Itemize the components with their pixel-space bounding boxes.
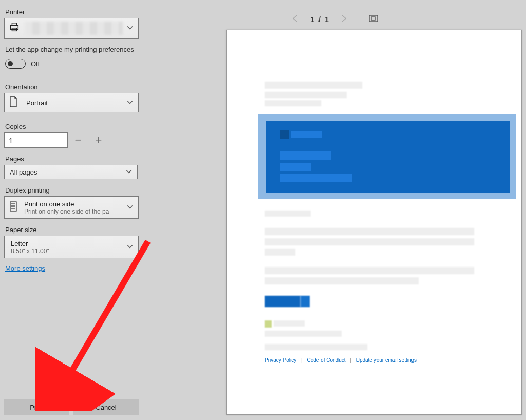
paper-sub: 8.50" x 11.00" bbox=[11, 247, 49, 255]
chevron-down-icon bbox=[127, 242, 133, 252]
chevron-down-icon bbox=[127, 203, 133, 212]
page-indicator: 1 / 1 bbox=[310, 15, 328, 24]
prev-page-button[interactable] bbox=[291, 14, 300, 25]
orientation-value: Portrait bbox=[26, 99, 48, 107]
footer-link-conduct: Code of Conduct bbox=[307, 357, 345, 363]
preview-pane: 1 / 1 bbox=[143, 0, 526, 420]
fit-page-button[interactable] bbox=[369, 15, 378, 24]
svg-rect-8 bbox=[369, 15, 378, 22]
pages-dropdown[interactable]: All pages bbox=[4, 165, 138, 179]
svg-rect-3 bbox=[10, 202, 16, 211]
copies-label: Copies bbox=[5, 123, 139, 130]
duplex-dropdown[interactable]: Print on one side Print on only one side… bbox=[4, 196, 139, 219]
cancel-button[interactable]: Cancel bbox=[73, 399, 139, 415]
page-current: 1 bbox=[310, 15, 314, 24]
copies-input[interactable] bbox=[4, 132, 68, 148]
printer-dropdown[interactable] bbox=[4, 18, 139, 39]
page-sep: / bbox=[318, 15, 321, 24]
orientation-label: Orientation bbox=[5, 83, 139, 91]
next-page-button[interactable] bbox=[339, 14, 348, 25]
duplex-value: Print on one side bbox=[24, 200, 74, 208]
page-portrait-icon bbox=[9, 96, 18, 109]
duplex-sub: Print on only one side of the pa bbox=[24, 208, 109, 215]
printer-label: Printer bbox=[5, 8, 139, 16]
app-change-toggle-state: Off bbox=[31, 60, 40, 68]
paper-label: Paper size bbox=[5, 226, 139, 234]
chevron-down-icon bbox=[127, 98, 133, 107]
settings-panel: Printer Let the app change my printing p… bbox=[0, 0, 143, 420]
copies-minus-button[interactable]: − bbox=[68, 132, 88, 148]
paper-value: Letter bbox=[11, 240, 28, 247]
app-change-toggle[interactable] bbox=[5, 59, 26, 69]
chevron-down-icon bbox=[127, 24, 133, 33]
paper-dropdown[interactable]: Letter 8.50" x 11.00" bbox=[4, 236, 139, 258]
more-settings-link[interactable]: More settings bbox=[5, 264, 139, 272]
preview-toolbar: 1 / 1 bbox=[143, 9, 526, 30]
duplex-label: Duplex printing bbox=[5, 186, 139, 194]
copies-plus-button[interactable]: + bbox=[88, 132, 109, 148]
duplex-icon bbox=[9, 201, 18, 214]
footer-link-email: Update your email settings bbox=[356, 357, 417, 363]
preview-page: Privacy Policy | Code of Conduct | Updat… bbox=[226, 30, 522, 415]
pages-label: Pages bbox=[5, 155, 139, 163]
app-change-label: Let the app change my printing preferenc… bbox=[5, 46, 139, 53]
svg-rect-9 bbox=[371, 17, 375, 20]
printer-name-placeholder bbox=[25, 22, 123, 35]
page-total: 1 bbox=[325, 15, 329, 24]
footer-link-privacy: Privacy Policy bbox=[265, 357, 296, 363]
print-button[interactable]: Print bbox=[4, 399, 69, 415]
chevron-down-icon bbox=[126, 168, 132, 176]
orientation-dropdown[interactable]: Portrait bbox=[4, 93, 139, 112]
pages-value: All pages bbox=[10, 168, 37, 176]
print-dialog: Printer Let the app change my printing p… bbox=[0, 0, 526, 420]
printer-icon bbox=[9, 22, 20, 35]
preview-footer-links: Privacy Policy | Code of Conduct | Updat… bbox=[265, 357, 501, 363]
